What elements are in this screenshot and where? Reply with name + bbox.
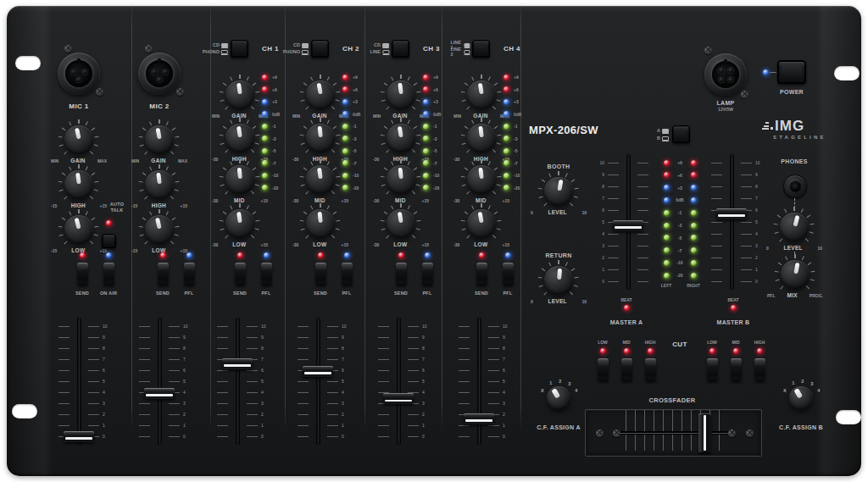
knob-tick	[465, 211, 468, 214]
power-button[interactable]	[777, 60, 806, 84]
low-knob[interactable]	[306, 209, 335, 238]
gain-knob[interactable]	[225, 80, 254, 109]
gain-knob[interactable]	[467, 80, 496, 109]
ch-4-fader-handle[interactable]	[464, 413, 494, 424]
knob-tick	[408, 119, 410, 124]
knob-scale: -15HIGH+15	[51, 202, 107, 208]
low-knob[interactable]	[145, 215, 174, 244]
cf-assign-b-selector[interactable]	[789, 386, 813, 410]
meter-led	[423, 185, 429, 191]
low-knob[interactable]	[387, 209, 415, 238]
knob-tick	[384, 211, 387, 214]
input-select-switch[interactable]	[392, 40, 409, 58]
knob-min-label: -15	[131, 203, 137, 208]
ch-1-fader-track[interactable]	[236, 318, 240, 445]
ch-4-fader-track[interactable]	[477, 318, 481, 445]
fader-tick	[298, 414, 309, 415]
ch-2-fader-track[interactable]	[316, 318, 320, 445]
cut-high-b-button[interactable]	[754, 358, 765, 381]
fader-scale-number: 3	[103, 401, 105, 406]
knob-tick	[223, 125, 226, 129]
pfl-button[interactable]	[342, 263, 353, 285]
crossfader-handle[interactable]	[698, 413, 711, 452]
phones-level-knob[interactable]	[780, 213, 809, 241]
high-knob[interactable]	[225, 124, 254, 152]
low-knob[interactable]	[467, 209, 496, 238]
send-button[interactable]	[235, 263, 246, 285]
mid-knob[interactable]	[387, 165, 415, 194]
xlr-pin	[719, 77, 724, 82]
send-button[interactable]	[77, 263, 88, 285]
button-state-icon	[382, 50, 389, 54]
fader-tick	[88, 403, 99, 404]
on-air-button[interactable]	[103, 263, 114, 285]
cut-low-a-button[interactable]	[598, 358, 609, 381]
knob-tick	[400, 159, 401, 163]
low-knob[interactable]	[64, 215, 93, 244]
high-knob[interactable]	[387, 124, 415, 152]
cut-mid-a-button[interactable]	[621, 358, 632, 381]
ch-3-fader-track[interactable]	[397, 318, 401, 445]
mid-knob[interactable]	[467, 165, 496, 194]
ch-2-fader-handle[interactable]	[303, 366, 333, 377]
knob-tick	[220, 91, 224, 93]
master-meter-scale-label: +9	[677, 160, 682, 165]
cut-high-a-button[interactable]	[645, 358, 656, 381]
booth-level-knob[interactable]	[544, 177, 573, 206]
cf-assign-a-selector[interactable]	[547, 386, 570, 410]
mic-1-fader-track[interactable]	[77, 318, 81, 445]
mid-knob[interactable]	[225, 165, 254, 194]
knob-min-label: -30	[292, 198, 298, 203]
knob-tick	[247, 161, 249, 165]
gain-knob[interactable]	[64, 125, 93, 154]
ch-1-fader-handle[interactable]	[222, 358, 253, 369]
mic-2-fader-track[interactable]	[158, 318, 162, 445]
send-button[interactable]	[315, 263, 326, 285]
fader-scale-number: 2	[342, 412, 344, 417]
input-select-switch[interactable]	[472, 40, 490, 58]
master-meter-led-right	[691, 172, 697, 178]
ch-3-fader-handle[interactable]	[383, 393, 414, 404]
gain-knob[interactable]	[387, 80, 415, 109]
knob-pointer	[74, 217, 81, 229]
selector-position-label: 2	[801, 379, 804, 384]
mid-knob[interactable]	[306, 165, 335, 194]
phones-mix-knob[interactable]	[781, 260, 810, 289]
input-select-switch[interactable]	[311, 40, 329, 58]
send-button[interactable]	[396, 263, 407, 285]
pfl-button[interactable]	[503, 263, 514, 285]
pfl-button[interactable]	[261, 263, 272, 285]
master-meter-led-right	[691, 160, 697, 166]
knob-tick	[777, 214, 781, 218]
high-knob[interactable]	[64, 170, 93, 199]
input-select-switch[interactable]	[231, 40, 248, 58]
cut-mid-b-button[interactable]	[731, 358, 742, 381]
knob-tick	[166, 166, 169, 170]
send-button[interactable]	[158, 263, 169, 285]
xlr-pin	[163, 69, 168, 75]
auto-talk-switch[interactable]	[102, 234, 116, 248]
gain-knob[interactable]	[306, 80, 335, 109]
cut-low-b-button[interactable]	[707, 358, 718, 381]
master-ab-switch[interactable]	[672, 125, 690, 143]
gain-knob[interactable]	[145, 125, 174, 154]
pfl-button[interactable]	[422, 263, 433, 285]
high-knob[interactable]	[467, 124, 496, 152]
master-b-fader-handle[interactable]	[716, 208, 747, 219]
master-a-fader-handle[interactable]	[613, 220, 643, 231]
knob-tick	[170, 151, 174, 154]
master-b-fader-track[interactable]	[730, 154, 734, 290]
meter-led	[504, 86, 509, 92]
auto-talk-led	[106, 220, 112, 226]
fader-scale-number: 3	[261, 401, 264, 406]
beat-label: BEAT	[620, 297, 632, 302]
send-button[interactable]	[476, 263, 487, 285]
mic-1-fader-handle[interactable]	[64, 431, 94, 442]
low-knob[interactable]	[225, 209, 254, 238]
mic-2-fader-handle[interactable]	[144, 388, 175, 399]
return-level-knob[interactable]	[544, 266, 573, 295]
high-knob[interactable]	[145, 170, 174, 199]
high-knob[interactable]	[306, 124, 335, 152]
pfl-button[interactable]	[184, 263, 195, 285]
knob-tick	[220, 220, 224, 222]
